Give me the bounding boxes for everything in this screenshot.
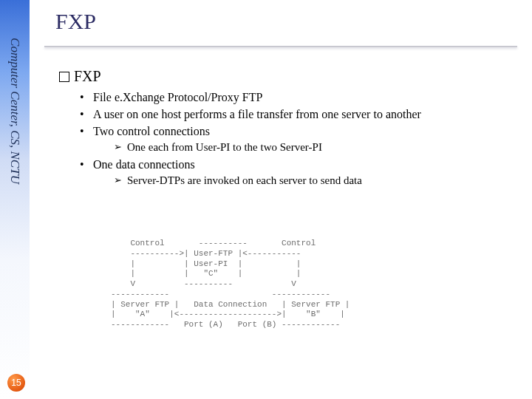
- sidebar-label: Computer Center, CS, NCTU: [7, 38, 22, 184]
- title-underline: [44, 46, 517, 47]
- page-number-badge: 15: [7, 374, 25, 392]
- list-item-text: Two control connections: [93, 125, 210, 137]
- section-heading: FXP: [59, 68, 520, 85]
- section-heading-text: FXP: [74, 68, 101, 84]
- sub-list: One each from User-PI to the two Server-…: [114, 140, 520, 155]
- content-area: FXP File e.Xchange Protocol/Proxy FTP A …: [59, 68, 520, 190]
- sidebar-gradient: Computer Center, CS, NCTU: [0, 0, 30, 399]
- sub-list-item-text: One each from User-PI to the two Server-…: [127, 141, 322, 153]
- bullet-list: File e.Xchange Protocol/Proxy FTP A user…: [80, 89, 520, 188]
- sub-list-item: One each from User-PI to the two Server-…: [114, 140, 520, 155]
- checkbox-icon: [59, 72, 69, 82]
- list-item: Two control connections One each from Us…: [80, 123, 520, 155]
- sub-list-item: Server-DTPs are invoked on each server t…: [114, 174, 520, 188]
- list-item-text: File e.Xchange Protocol/Proxy FTP: [93, 91, 262, 103]
- sub-list-item-text: Server-DTPs are invoked on each server t…: [127, 174, 362, 186]
- ascii-diagram: Control ---------- Control ---------->| …: [111, 239, 349, 330]
- list-item: File e.Xchange Protocol/Proxy FTP: [80, 89, 520, 105]
- list-item: One data connections Server-DTPs are inv…: [80, 157, 520, 188]
- list-item-text: A user on one host performs a file trans…: [93, 108, 421, 120]
- list-item-text: One data connections: [93, 158, 195, 171]
- page-title: FXP: [55, 9, 96, 34]
- list-item: A user on one host performs a file trans…: [80, 106, 520, 122]
- sub-list: Server-DTPs are invoked on each server t…: [114, 174, 520, 188]
